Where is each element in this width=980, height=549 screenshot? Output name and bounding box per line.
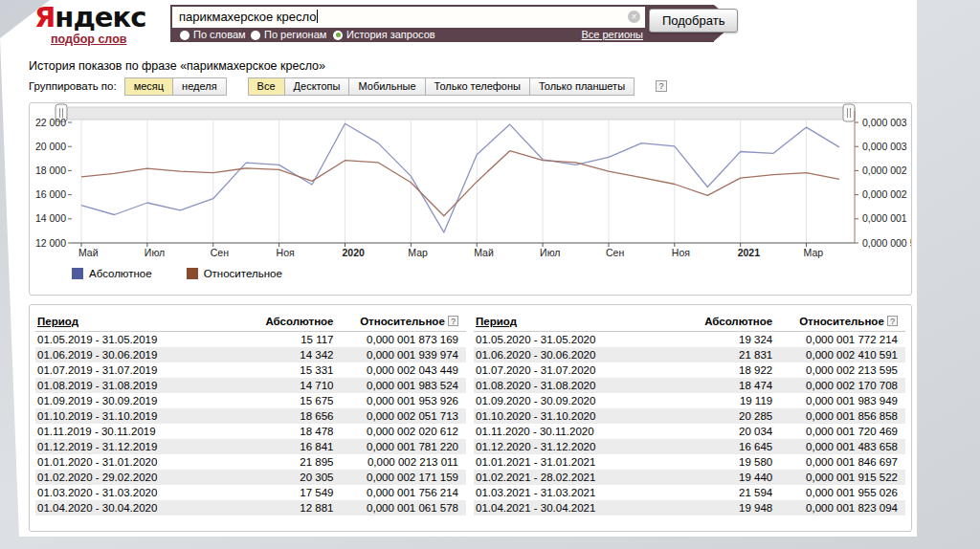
relative-header: Относительное [799,316,884,327]
table-row: 01.10.2020 - 31.10.202020 2850,000 001 8… [474,408,905,424]
relative-help-icon[interactable]: ? [448,316,458,326]
relative-cell: 0,000 002 170 708 [780,378,905,393]
table-row: 01.07.2019 - 31.07.201915 3310,000 002 0… [35,362,466,378]
mode-by-words[interactable]: По словам [180,29,246,40]
period-header[interactable]: Период [476,316,517,327]
relative-help-icon[interactable]: ? [887,316,898,326]
absolute-cell: 19 440 [677,470,780,485]
table-row: 01.08.2020 - 31.08.202018 4740,000 002 1… [474,378,905,393]
period-cell: 01.06.2019 - 30.06.2019 [35,347,238,362]
relative-cell: 0,000 002 213 595 [780,362,905,378]
mode-by-regions-label: По регионам [264,29,326,40]
device-mobile-button[interactable]: Мобильные [348,77,425,96]
group-by-label: Группировать по: [29,80,117,92]
mode-query-history[interactable]: История запросов [333,29,435,40]
device-desktop-button[interactable]: Десктопы [284,77,350,96]
svg-text:Июл: Июл [145,247,165,258]
page-title: История показов по фразе «парикмахерское… [29,59,325,73]
radio-icon [251,31,260,40]
svg-text:0,000 002: 0,000 002 [862,165,907,176]
period-cell: 01.09.2019 - 30.09.2019 [35,393,238,408]
svg-text:2021: 2021 [738,247,761,258]
device-all-button[interactable]: Все [248,77,285,96]
table-row: 01.12.2019 - 31.12.201916 8410,000 001 7… [35,439,466,454]
svg-text:14 000: 14 000 [35,212,66,224]
device-button-group: Все Десктопы Мобильные Только телефоны Т… [248,77,635,96]
period-cell: 01.02.2021 - 28.02.2021 [474,470,677,485]
svg-text:0,000 000 5: 0,000 000 5 [862,237,911,249]
chart-plot[interactable]: 22 00020 00018 00016 00014 00012 0000,00… [30,103,911,264]
device-phones-only-button[interactable]: Только телефоны [425,77,530,96]
relative-cell: 0,000 002 020 612 [342,424,467,439]
absolute-cell: 20 285 [677,408,780,424]
legend-relative-swatch [187,268,198,279]
period-button-group: месяц неделя [124,77,227,96]
relative-cell: 0,000 001 983 949 [780,393,905,408]
mode-query-history-label: История запросов [346,29,435,40]
period-cell: 01.01.2020 - 31.01.2020 [35,454,238,470]
yandex-logo[interactable]: Яндекс [34,1,145,33]
podbor-slov-link[interactable]: подбор слов [51,33,126,46]
period-header[interactable]: Период [37,316,78,327]
absolute-cell: 15 117 [238,332,342,348]
table-row: 01.06.2020 - 30.06.202021 8310,000 002 4… [474,347,905,362]
wordstat-page: Яндекс подбор слов парикмахерское кресло… [0,0,917,537]
period-cell: 01.08.2019 - 31.08.2019 [35,378,238,393]
svg-text:22 000: 22 000 [35,117,66,128]
table-right-body: 01.05.2020 - 31.05.202019 3240,000 001 7… [474,332,905,516]
text-caret [317,10,318,23]
mode-by-regions[interactable]: По регионам [251,29,326,40]
table-row: 01.05.2020 - 31.05.202019 3240,000 001 7… [474,332,905,348]
svg-text:Ноя: Ноя [277,247,295,258]
logo-letter-ya: Я [34,1,55,33]
period-cell: 01.11.2020 - 30.11.2020 [474,424,677,439]
period-cell: 01.06.2020 - 30.06.2020 [474,347,677,362]
absolute-cell: 15 675 [238,393,342,408]
period-cell: 01.05.2020 - 31.05.2020 [474,332,677,348]
period-cell: 01.12.2019 - 31.12.2019 [35,439,238,454]
svg-text:16 000: 16 000 [35,188,66,200]
absolute-cell: 16 841 [238,439,342,454]
search-input[interactable]: парикмахерское кресло × [172,7,645,28]
absolute-cell: 18 656 [238,408,342,424]
table-row: 01.05.2019 - 31.05.201915 1170,000 001 8… [35,332,466,348]
svg-text:18 000: 18 000 [35,165,66,176]
absolute-cell: 12 881 [238,500,342,516]
absolute-cell: 14 342 [238,347,342,362]
absolute-cell: 20 305 [238,470,342,485]
table-row: 01.04.2020 - 30.04.202012 8810,000 001 0… [35,500,466,516]
device-tablets-only-button[interactable]: Только планшеты [529,77,635,96]
table-left-body: 01.05.2019 - 31.05.201915 1170,000 001 8… [35,332,466,516]
all-regions-link[interactable]: Все регионы [581,29,643,40]
svg-text:0,000 002: 0,000 002 [862,188,907,200]
relative-cell: 0,000 001 756 214 [342,485,467,500]
group-month-button[interactable]: месяц [124,77,173,96]
legend-relative: Относительное [187,268,282,279]
radio-checked-icon [333,31,343,40]
search-mode-row: По словам По регионам История запросов В… [170,29,714,42]
relative-cell: 0,000 001 983 524 [342,378,467,393]
table-row: 01.02.2021 - 28.02.202119 4400,000 001 9… [474,470,905,485]
logo-rest: ндекс [55,1,145,33]
help-icon[interactable]: ? [656,80,667,92]
absolute-header: Абсолютное [677,309,780,332]
table-row: 01.09.2020 - 30.09.202019 1190,000 001 9… [474,393,905,408]
group-week-button[interactable]: неделя [172,77,227,96]
svg-text:0,000 001: 0,000 001 [862,212,907,224]
absolute-cell: 18 478 [238,424,342,439]
relative-cell: 0,000 002 051 713 [342,408,467,424]
table-row: 01.11.2020 - 30.11.202020 0340,000 001 7… [474,424,905,439]
table-row: 01.02.2020 - 29.02.202020 3050,000 002 1… [35,470,466,485]
table-row: 01.03.2021 - 31.03.202121 5940,000 001 9… [474,485,905,500]
relative-cell: 0,000 001 915 522 [780,470,905,485]
clear-icon[interactable]: × [628,11,640,23]
absolute-cell: 16 645 [677,439,780,454]
relative-cell: 0,000 001 856 858 [780,408,905,424]
period-cell: 01.01.2021 - 31.01.2021 [474,454,677,470]
period-cell: 01.10.2020 - 31.10.2020 [474,408,677,424]
relative-cell: 0,000 001 772 214 [780,332,905,348]
table-row: 01.08.2019 - 31.08.201914 7100,000 001 9… [35,378,466,393]
period-cell: 01.09.2020 - 30.09.2020 [474,393,677,408]
period-cell: 01.05.2019 - 31.05.2019 [35,332,238,348]
podobrat-button[interactable]: Подобрать [649,9,738,33]
